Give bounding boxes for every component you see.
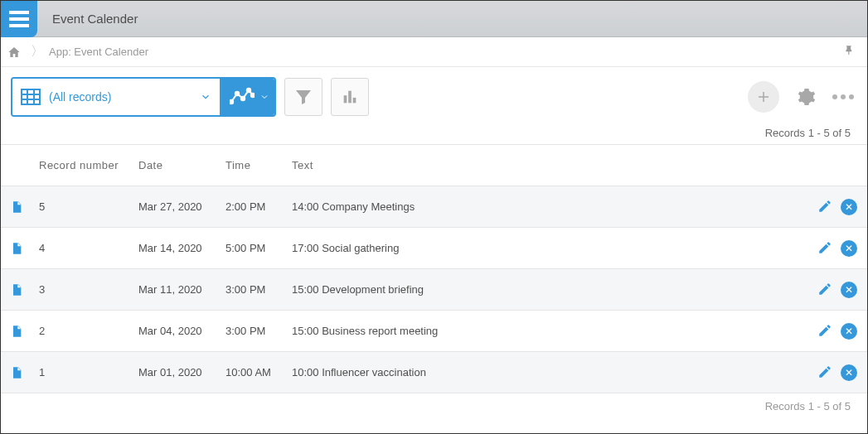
view-switcher: (All records) (11, 77, 276, 117)
svg-rect-2 (9, 24, 29, 27)
filter-button[interactable] (284, 78, 322, 116)
view-record-icon[interactable] (10, 241, 23, 256)
settings-button[interactable] (791, 81, 822, 113)
edit-record-button[interactable] (817, 282, 832, 298)
cell-record-number: 3 (32, 283, 138, 296)
col-record-number[interactable]: Record number (32, 159, 138, 171)
svg-rect-14 (348, 91, 352, 104)
edit-record-button[interactable] (817, 364, 832, 381)
view-label: (All records) (49, 90, 200, 104)
svg-rect-3 (22, 89, 40, 104)
funnel-icon (293, 87, 313, 107)
dot-icon (832, 94, 837, 99)
svg-point-8 (230, 100, 233, 104)
cell-text: 17:00 Social gathering (292, 242, 807, 254)
breadcrumb: 〉 App: Event Calender (1, 37, 867, 67)
svg-rect-13 (344, 95, 347, 103)
cell-date: Mar 27, 2020 (138, 200, 225, 213)
col-date[interactable]: Date (138, 159, 225, 171)
dot-icon (849, 94, 854, 99)
home-icon[interactable] (7, 46, 21, 59)
cell-date: Mar 11, 2020 (138, 283, 225, 296)
cell-date: Mar 04, 2020 (138, 325, 225, 337)
page-title: Event Calender (52, 12, 138, 26)
cell-time: 2:00 PM (225, 200, 292, 213)
chart-button[interactable] (331, 78, 369, 116)
cell-date: Mar 14, 2020 (138, 242, 225, 254)
svg-rect-0 (9, 11, 29, 14)
cell-text: 14:00 Company Meetings (292, 200, 807, 213)
table-row: 3Mar 11, 20203:00 PM15:00 Development br… (1, 268, 867, 310)
table-row: 4Mar 14, 20205:00 PM17:00 Social gatheri… (1, 227, 867, 268)
delete-record-button[interactable]: ✕ (841, 199, 857, 215)
delete-record-button[interactable]: ✕ (841, 240, 857, 257)
svg-point-9 (235, 92, 239, 95)
cell-record-number: 2 (32, 325, 138, 337)
view-record-icon[interactable] (10, 200, 23, 215)
cell-record-number: 1 (32, 366, 138, 379)
delete-record-button[interactable]: ✕ (841, 364, 857, 381)
graph-view-button[interactable] (220, 79, 274, 115)
chevron-down-icon (200, 91, 211, 103)
cell-text: 15:00 Development briefing (292, 283, 807, 296)
chevron-down-icon (259, 92, 269, 102)
plus-icon (756, 89, 771, 104)
more-menu-button[interactable] (832, 94, 854, 99)
cell-text: 10:00 Influencer vaccination (292, 366, 807, 379)
add-record-button[interactable] (748, 81, 779, 113)
edit-record-button[interactable] (817, 323, 832, 340)
table-row: 2Mar 04, 20203:00 PM15:00 Business repor… (1, 310, 867, 351)
view-dropdown[interactable]: (All records) (12, 79, 220, 115)
table-icon (21, 89, 41, 105)
app-logo-icon (1, 1, 37, 37)
view-record-icon[interactable] (10, 365, 23, 380)
toolbar: (All records) (1, 67, 867, 120)
cell-time: 10:00 AM (225, 366, 292, 379)
cell-time: 5:00 PM (225, 242, 292, 254)
delete-record-button[interactable]: ✕ (841, 323, 857, 340)
table-header: Record number Date Time Text (1, 144, 867, 186)
records-count-top: Records 1 - 5 of 5 (1, 120, 867, 144)
col-time[interactable]: Time (225, 159, 292, 171)
svg-rect-15 (353, 98, 356, 103)
svg-point-10 (241, 97, 245, 100)
view-record-icon[interactable] (10, 324, 23, 339)
edit-record-button[interactable] (817, 199, 832, 215)
cell-time: 3:00 PM (225, 283, 292, 296)
cell-time: 3:00 PM (225, 325, 292, 337)
cell-record-number: 4 (32, 242, 138, 254)
svg-point-11 (247, 89, 250, 92)
edit-record-button[interactable] (817, 240, 832, 257)
dot-icon (841, 94, 846, 99)
table-body: 5Mar 27, 20202:00 PM14:00 Company Meetin… (1, 186, 867, 393)
breadcrumb-separator-icon: 〉 (31, 43, 44, 60)
view-record-icon[interactable] (10, 282, 23, 297)
col-text[interactable]: Text (292, 159, 807, 171)
graph-icon (230, 87, 255, 107)
breadcrumb-app-label[interactable]: App: Event Calender (49, 46, 148, 58)
table-row: 5Mar 27, 20202:00 PM14:00 Company Meetin… (1, 186, 867, 227)
records-table: Record number Date Time Text 5Mar 27, 20… (1, 144, 867, 393)
svg-rect-1 (9, 17, 29, 21)
bar-chart-icon (341, 88, 359, 106)
cell-date: Mar 01, 2020 (138, 366, 225, 379)
pin-icon[interactable] (844, 45, 856, 56)
table-row: 1Mar 01, 202010:00 AM10:00 Influencer va… (1, 351, 867, 393)
delete-record-button[interactable]: ✕ (841, 282, 857, 298)
records-count-bottom: Records 1 - 5 of 5 (1, 393, 867, 412)
gear-icon (798, 88, 816, 106)
cell-record-number: 5 (32, 200, 138, 213)
app-header: Event Calender (1, 1, 867, 37)
svg-point-12 (251, 94, 255, 97)
cell-text: 15:00 Business report meeting (292, 325, 807, 337)
